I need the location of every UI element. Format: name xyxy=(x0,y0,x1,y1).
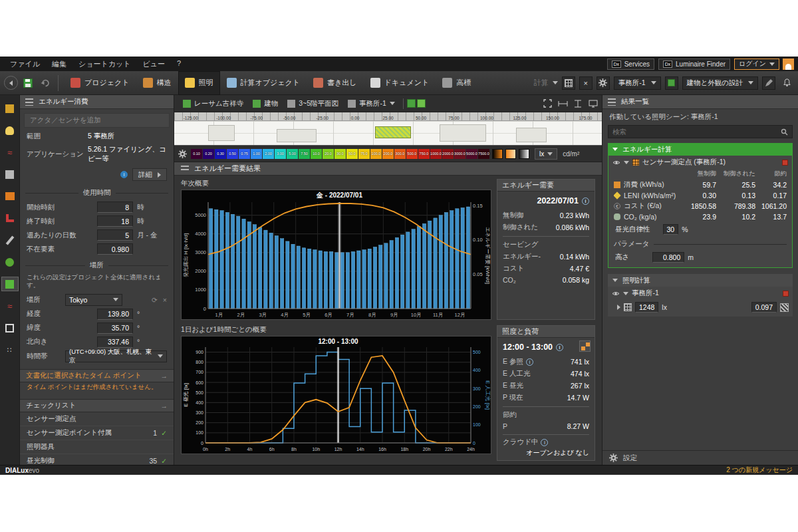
office-result-row[interactable]: 1248 lx 0.097 xyxy=(608,300,793,315)
results-panel-title[interactable]: 結果一覧 xyxy=(602,95,798,109)
daily-chart[interactable]: 0100200300400500600700800900010020030040… xyxy=(181,336,491,454)
room-view-icon[interactable] xyxy=(407,99,416,108)
toolbar-tab-3[interactable]: 計算オブジェクト xyxy=(220,71,307,95)
geo-input[interactable]: 337.46 xyxy=(97,336,133,348)
floor-plan-view[interactable] xyxy=(174,121,602,146)
calculator-button[interactable] xyxy=(562,76,575,90)
gradient-swatch-2[interactable] xyxy=(519,149,529,159)
mode-select[interactable]: 建物と外観の設計 xyxy=(682,76,759,90)
view-bar-item-0[interactable]: レーサム吉祥寺 xyxy=(178,95,248,112)
left-panel-title[interactable]: エネルギー消費 xyxy=(20,95,174,109)
menu-item-3[interactable]: ビュー xyxy=(137,59,172,69)
clear-icon[interactable]: × xyxy=(163,296,167,304)
eye-icon[interactable] xyxy=(612,291,620,297)
spline-tool-icon[interactable]: ≈ xyxy=(2,146,18,159)
refresh-icon[interactable]: ⟳ xyxy=(152,296,158,304)
view-bar-item-1[interactable]: 建物 xyxy=(248,95,283,112)
gradient-swatch-1[interactable] xyxy=(505,149,516,159)
checklist-collapse-bar[interactable]: チェックリスト xyxy=(20,399,174,412)
timepoints-collapse-bar[interactable]: 文書化に選択されたタイム ポイント xyxy=(20,369,174,382)
spectrum-tool-icon[interactable]: ≈ xyxy=(2,299,18,313)
menu-item-4[interactable]: ? xyxy=(171,59,187,69)
usage-input[interactable]: 5 xyxy=(97,229,133,241)
save-button[interactable] xyxy=(21,75,35,91)
info-icon[interactable] xyxy=(541,439,548,446)
annual-chart[interactable]: 0100020003000400050000.050.100.151月2月3月4… xyxy=(181,190,491,320)
info-icon[interactable] xyxy=(556,344,563,351)
falsecolor-settings-button[interactable] xyxy=(178,150,187,158)
toolbar-tab-2[interactable]: 照明 xyxy=(178,71,220,95)
ruler-tool-icon[interactable] xyxy=(2,190,18,203)
svg-text:10月: 10月 xyxy=(411,312,422,318)
search-box[interactable] xyxy=(608,125,793,138)
login-button[interactable]: ログイン xyxy=(734,59,779,70)
wrench-tool-icon[interactable] xyxy=(2,233,18,247)
measure-width-icon[interactable] xyxy=(558,100,568,107)
scene-select[interactable]: 事務所-1 xyxy=(614,76,661,90)
points-tool-icon[interactable]: ∷ xyxy=(2,343,18,356)
toolbar-tab-6[interactable]: 高標 xyxy=(436,71,477,95)
view-bar-item-2[interactable]: 3~5階平面図 xyxy=(283,95,343,112)
geo-input[interactable]: 139.80 xyxy=(97,309,133,320)
search-input[interactable] xyxy=(612,128,745,136)
vegetation-tool-icon[interactable] xyxy=(2,255,18,269)
eye-icon[interactable] xyxy=(612,160,620,166)
office-row[interactable]: 事務所-1 xyxy=(608,287,793,300)
settings-button[interactable] xyxy=(597,76,610,90)
menu-item-2[interactable]: ショートカット xyxy=(72,59,137,69)
daylight-autonomy-value[interactable]: 30 xyxy=(663,224,679,235)
timezone-select[interactable]: (UTC+09:00) 大阪、札幌、東京 xyxy=(65,350,167,362)
lighting-calculation-header[interactable]: 照明計算 xyxy=(608,274,793,287)
menu-item-0[interactable]: ファイル xyxy=(4,59,46,69)
fit-view-icon[interactable] xyxy=(543,99,552,108)
undo-button[interactable] xyxy=(38,75,53,91)
height-input[interactable]: 0.800 xyxy=(652,252,684,263)
new-messages-link[interactable]: 2 つの新規メッセージ xyxy=(726,466,793,475)
monitor-icon[interactable] xyxy=(589,100,598,108)
energy-calculation-header[interactable]: エネルギー計算 xyxy=(608,143,793,156)
sensor-point-row[interactable]: センサー測定点 (事務所-1) xyxy=(608,156,792,169)
measure-height-icon[interactable] xyxy=(574,100,583,108)
detail-button[interactable]: 詳細 xyxy=(132,168,167,181)
draw-tool-button[interactable] xyxy=(762,76,775,90)
back-button[interactable] xyxy=(4,76,18,90)
view-item-icon xyxy=(348,100,356,108)
scene-tool-button[interactable] xyxy=(665,76,678,90)
info-icon[interactable] xyxy=(582,198,589,205)
usage-input[interactable]: 0.980 xyxy=(97,243,133,255)
chevron-right-icon[interactable] xyxy=(617,305,620,310)
luminaire-finder-button[interactable]: Dx Luminaire Finder xyxy=(658,59,730,70)
zone-view-icon[interactable] xyxy=(417,99,426,108)
toolbar-tab-1[interactable]: 構造 xyxy=(136,71,178,95)
room-tool-icon[interactable] xyxy=(2,211,18,225)
info-icon[interactable] xyxy=(526,358,533,366)
calculate-button[interactable]: 計算 xyxy=(534,78,549,88)
usage-input[interactable]: 18 xyxy=(97,215,133,227)
login-label: ログイン xyxy=(739,59,766,68)
usage-input[interactable]: 8 xyxy=(97,201,133,213)
calc-pad-icon[interactable] xyxy=(579,340,591,352)
material-tool-icon[interactable] xyxy=(2,168,18,181)
toolbar-tab-5[interactable]: ドキュメント xyxy=(364,71,436,95)
view-bar-item-3[interactable]: 事務所-1 xyxy=(343,95,400,112)
chevron-down-icon[interactable] xyxy=(623,292,628,295)
user-avatar[interactable] xyxy=(783,59,794,70)
notifications-button[interactable] xyxy=(779,75,794,91)
toolbar-tab-4[interactable]: 書き出し xyxy=(307,71,364,95)
settings-row[interactable]: 設定 xyxy=(602,450,798,465)
region-tool-icon[interactable] xyxy=(2,321,18,334)
dx-services-button[interactable]: Dx Services xyxy=(607,59,654,70)
energy-tool-icon[interactable] xyxy=(2,277,18,291)
table-row-label-0: 消費 (kWh/a) xyxy=(614,180,681,190)
location-select[interactable]: Tokyo xyxy=(65,294,122,306)
add-actor-sensor-button[interactable]: アクタ／センサを追加 xyxy=(24,113,170,128)
chevron-down-icon[interactable] xyxy=(624,161,629,164)
cancel-button[interactable]: × xyxy=(579,76,593,90)
gradient-swatch-0[interactable] xyxy=(492,149,503,159)
menu-item-1[interactable]: 編集 xyxy=(46,59,72,69)
toolbar-tab-0[interactable]: プロジェクト xyxy=(64,71,136,95)
geo-input[interactable]: 35.70 xyxy=(97,323,133,334)
lamp-tool-icon[interactable] xyxy=(2,124,18,137)
unit-select[interactable]: lx xyxy=(535,148,557,160)
furniture-tool-icon[interactable] xyxy=(2,102,18,115)
